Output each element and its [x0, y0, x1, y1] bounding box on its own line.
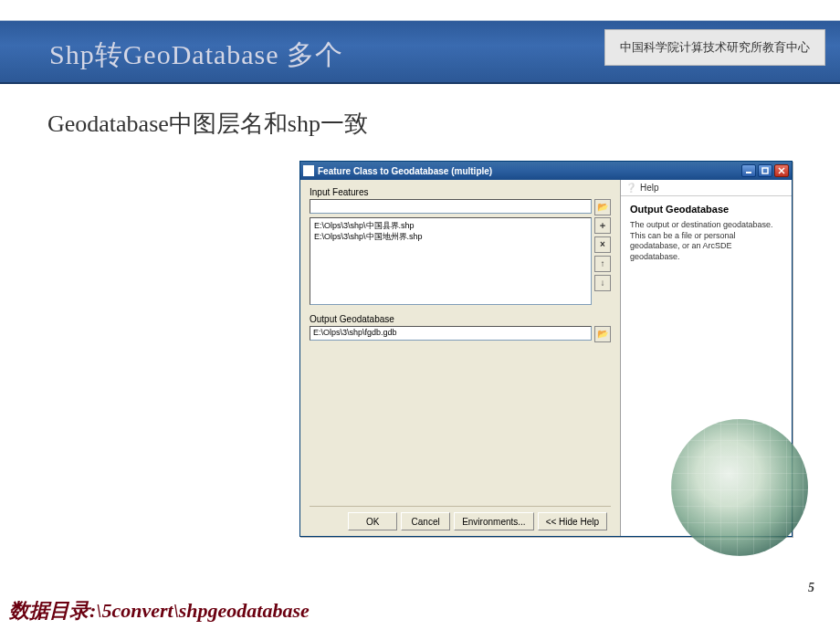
- folder-open-icon: 📂: [597, 203, 608, 212]
- folder-open-icon: 📂: [597, 330, 608, 339]
- ok-button[interactable]: OK: [348, 512, 397, 530]
- svg-rect-1: [762, 168, 768, 173]
- list-item[interactable]: E:\Olps\3\shp\中国县界.shp: [314, 220, 587, 231]
- help-body-text: The output or destination geodatabase. T…: [630, 220, 782, 263]
- environments-button[interactable]: Environments...: [454, 512, 533, 530]
- input-features-field[interactable]: [310, 199, 592, 214]
- x-icon: ×: [600, 240, 605, 249]
- browse-input-button[interactable]: 📂: [594, 199, 611, 215]
- input-features-list[interactable]: E:\Olps\3\shp\中国县界.shp E:\Olps\3\shp\中国地…: [310, 217, 592, 305]
- output-geodatabase-label: Output Geodatabase: [310, 314, 611, 324]
- help-title: Output Geodatabase: [630, 204, 782, 215]
- minimize-button[interactable]: [741, 164, 756, 177]
- dialog-titlebar[interactable]: Feature Class to Geodatabase (multiple): [300, 162, 792, 180]
- plus-icon: ＋: [598, 221, 607, 230]
- slide-subtitle: Geodatabase中图层名和shp一致: [47, 108, 368, 140]
- move-down-button[interactable]: ↓: [594, 275, 611, 291]
- app-icon: [303, 165, 314, 176]
- org-badge: 中国科学院计算技术研究所教育中心: [604, 29, 825, 66]
- dialog-main-panel: Input Features 📂 E:\Olps\3\shp\中国县界.shp …: [300, 180, 620, 536]
- browse-output-button[interactable]: 📂: [594, 326, 611, 342]
- help-icon: ❔: [625, 183, 636, 193]
- page-number: 5: [808, 581, 814, 595]
- cancel-button[interactable]: Cancel: [401, 512, 450, 530]
- globe-graphic: [671, 419, 808, 556]
- help-panel-header: ❔ Help: [621, 180, 792, 196]
- footer-path: 数据目录:\5convert\shpgeodatabase: [9, 597, 310, 625]
- remove-item-button[interactable]: ×: [594, 236, 611, 253]
- output-geodatabase-field[interactable]: E:\Olps\3\shp\fgdb.gdb: [310, 326, 592, 341]
- move-up-button[interactable]: ↑: [594, 256, 611, 272]
- hide-help-button[interactable]: << Hide Help: [538, 512, 607, 530]
- feature-class-dialog: Feature Class to Geodatabase (multiple) …: [299, 161, 793, 537]
- close-button[interactable]: [774, 164, 789, 177]
- list-item[interactable]: E:\Olps\3\shp\中国地州界.shp: [314, 231, 587, 242]
- input-features-label: Input Features: [310, 187, 611, 197]
- dialog-button-bar: OK Cancel Environments... << Hide Help: [310, 506, 611, 536]
- maximize-button[interactable]: [758, 164, 772, 177]
- dialog-title: Feature Class to Geodatabase (multiple): [318, 166, 740, 176]
- add-item-button[interactable]: ＋: [594, 217, 611, 234]
- help-panel: ❔ Help Output Geodatabase The output or …: [620, 180, 792, 536]
- arrow-down-icon: ↓: [601, 278, 605, 288]
- arrow-up-icon: ↑: [601, 259, 605, 268]
- slide-title: Shp转GeoDatabase 多个: [49, 37, 343, 74]
- help-panel-label: Help: [640, 183, 659, 193]
- slide-header: Shp转GeoDatabase 多个 中国科学院计算技术研究所教育中心: [0, 0, 840, 86]
